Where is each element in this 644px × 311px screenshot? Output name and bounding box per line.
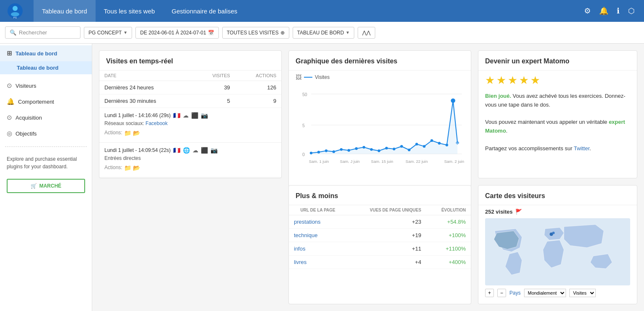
url-cell[interactable]: livres	[289, 256, 347, 269]
expert-text: Bien joué. Vous avez achévé tous les exe…	[478, 92, 637, 158]
facebook-link[interactable]: Facebook	[145, 120, 168, 126]
bell-icon-btn[interactable]: 🔔	[597, 4, 611, 18]
svg-point-31	[456, 141, 459, 144]
date-cell: Dernières 24 heures	[99, 81, 193, 94]
search-icon: 🔍	[10, 29, 16, 36]
map-panel: Carte des visiteurs 252 visites 🚩	[478, 185, 637, 304]
plusmoins-table: URL DE LA PAGE VUES DE PAGE UNIQUES ÉVOL…	[289, 205, 471, 269]
search-input[interactable]: 🔍 Rechercher	[5, 26, 80, 39]
date-cell: Dernières 30 minutes	[99, 94, 193, 108]
sidebar-label-visiteurs: Visiteurs	[16, 83, 36, 89]
nav-gestionnaire[interactable]: Gestionnaire de balises	[163, 0, 246, 22]
direct-entry: Entrées directes	[104, 155, 141, 161]
nav-tous-les-sites[interactable]: Tous les sites web	[96, 0, 164, 22]
svg-point-13	[325, 149, 327, 152]
filter-bar: 🔍 Rechercher PG CONCEPT ▼ DE 2024-06-01 …	[0, 22, 644, 44]
collapse-icon: ⋀⋀	[362, 30, 371, 36]
info-icon-btn[interactable]: ℹ	[614, 4, 622, 18]
visites-cell: 5	[193, 94, 235, 108]
svg-point-14	[332, 150, 335, 153]
svg-point-22	[393, 148, 395, 150]
svg-point-28	[438, 142, 441, 144]
collapse-btn[interactable]: ⋀⋀	[358, 27, 375, 39]
sidebar-item-acquisition[interactable]: ⊙ Acquisition	[0, 110, 92, 125]
sidebar-divider	[5, 146, 87, 147]
table-row: infos +11 +1100%	[289, 242, 471, 256]
svg-point-18	[363, 146, 365, 149]
date-filter-label: DE 2024-06-01 À 2024-07-01	[140, 30, 206, 36]
evolution-cell: +100%	[426, 229, 471, 242]
expert-paragraph: Vous pouvez maintenant vous appeler un v…	[485, 119, 609, 125]
sidebar-sub-tableau-de-bord[interactable]: Tableau de bord	[0, 61, 92, 74]
chart-area: 50 5 0	[289, 84, 471, 175]
market-icon: 🛒	[31, 183, 37, 189]
svg-point-15	[340, 148, 343, 151]
sidebar-item-objectifs[interactable]: ◎ Objectifs	[0, 125, 92, 141]
sidebar-label-comportement: Comportement	[18, 99, 54, 105]
evolution-cell: +54.8%	[426, 215, 471, 229]
actions-label: Actions:	[104, 130, 122, 136]
chart-image-icon: 🖼	[296, 74, 301, 81]
chrome-icon: 🌐	[183, 147, 190, 154]
table-row: Dernières 24 heures 39 126	[99, 81, 281, 94]
nav-tableau-de-bord[interactable]: Tableau de bord	[34, 0, 96, 22]
pays-link[interactable]: Pays	[509, 290, 521, 296]
col-visites: VISITES	[193, 71, 235, 81]
twitter-link[interactable]: Twitter	[574, 145, 589, 152]
visit-actions: Actions: 📁 📂	[104, 128, 276, 138]
metric-select[interactable]: Visites	[569, 289, 596, 297]
sidebar-item-visiteurs[interactable]: ⊙ Visiteurs	[0, 78, 92, 94]
user-icon-btn[interactable]: ⬡	[626, 4, 637, 18]
well-done-label: Bien joué.	[485, 93, 511, 99]
svg-point-38	[552, 232, 555, 234]
col-evolution: ÉVOLUTION	[426, 205, 471, 215]
map-title: Carte des visiteurs	[478, 186, 637, 205]
realtime-table: DATE VISITES ACTIONS Dernières 24 heures…	[99, 71, 281, 108]
svg-point-30	[451, 98, 455, 103]
visit-actions: Actions: 📁 📂	[104, 163, 276, 173]
url-cell[interactable]: infos	[289, 242, 347, 256]
logo[interactable]: PG	[7, 3, 23, 19]
market-btn[interactable]: 🛒 MARCHÉ	[7, 179, 85, 193]
gear-icon-btn[interactable]: ⚙	[582, 4, 593, 18]
list-item: Lundi 1 juillet - 14:08:01 🇧🇪 iOS ⬛📷 Rés…	[99, 178, 281, 178]
views-cell: +11	[347, 242, 426, 256]
visites-cell: 39	[193, 81, 235, 94]
legend-label: Visites	[315, 74, 330, 80]
url-cell[interactable]: prestations	[289, 215, 347, 229]
folder2-icon: 📂	[133, 130, 140, 136]
folder-icon: 📁	[124, 165, 131, 171]
world-map	[485, 218, 630, 285]
date-filter-btn[interactable]: DE 2024-06-01 À 2024-07-01 📅	[135, 27, 218, 39]
chart-legend: 🖼 Visites	[289, 71, 471, 84]
top-nav: PG Tableau de bord Tous les sites web Ge…	[0, 0, 644, 22]
visit-source: Réseaux sociaux: Facebook	[104, 119, 276, 128]
visits-filter-btn[interactable]: TOUTES LES VISITES ⊕	[222, 27, 289, 39]
zoom-in-btn[interactable]: +	[485, 289, 494, 297]
svg-text:0: 0	[302, 152, 305, 157]
dashboard-filter-btn[interactable]: TABLEAU DE BORD ▼	[293, 27, 355, 39]
map-area: 252 visites 🚩	[478, 205, 637, 304]
acquisition-icon: ⊙	[7, 114, 12, 121]
region-select[interactable]: Mondialement	[524, 289, 566, 297]
svg-text:50: 50	[302, 92, 307, 97]
sidebar-item-tableau-de-bord[interactable]: ⊞ Tableau de bord	[0, 45, 92, 61]
visits-count: 252 visites	[485, 209, 513, 215]
svg-point-17	[355, 147, 358, 150]
star-2: ★	[496, 74, 506, 87]
list-item: Lundi 1 juillet - 14:16:46 (29s) 🇫🇷 ☁⬛📷 …	[99, 108, 281, 143]
flag-icon: 🚩	[515, 209, 522, 215]
sidebar-item-comportement[interactable]: 🔔 Comportement	[0, 94, 92, 110]
stars-container: ★ ★ ★ ★ ★	[478, 71, 637, 92]
flag-icon: 🇫🇷	[173, 112, 180, 119]
url-cell[interactable]: technique	[289, 229, 347, 242]
col-actions: ACTIONS	[235, 71, 281, 81]
site-filter-btn[interactable]: PG CONCEPT ▼	[84, 27, 132, 39]
cloud-icon: ☁	[192, 147, 198, 154]
svg-point-11	[310, 152, 312, 154]
svg-text:Sam. 22 juin: Sam. 22 juin	[405, 159, 428, 164]
zoom-out-btn[interactable]: −	[497, 289, 506, 297]
flag-icon: 🇫🇷	[173, 147, 180, 154]
map-visits-badge: 252 visites 🚩	[485, 209, 630, 215]
col-views: VUES DE PAGE UNIQUES	[347, 205, 426, 215]
